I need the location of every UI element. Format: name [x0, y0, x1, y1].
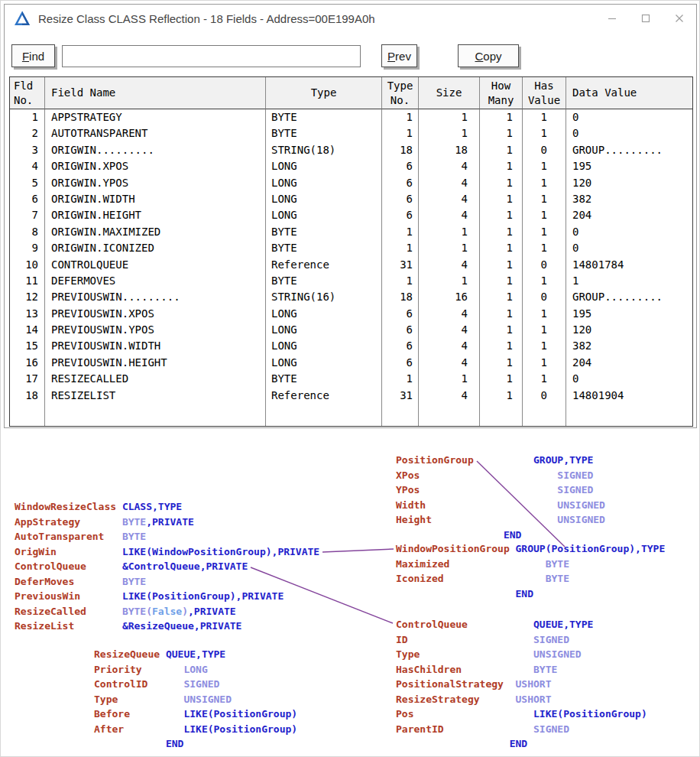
table-cell[interactable]: 7: [10, 207, 45, 223]
table-cell[interactable]: ORIGWIN.WIDTH: [45, 191, 266, 207]
table-cell[interactable]: 195: [566, 306, 692, 322]
table-cell[interactable]: 1: [523, 273, 566, 289]
table-cell[interactable]: 1: [480, 240, 523, 256]
table-cell[interactable]: 31: [382, 388, 419, 404]
table-cell[interactable]: 1: [419, 240, 480, 256]
search-input[interactable]: [62, 45, 361, 67]
table-cell[interactable]: 1: [523, 371, 566, 387]
prev-button[interactable]: Prev: [381, 44, 417, 67]
table-cell[interactable]: 1: [382, 240, 419, 256]
table-cell[interactable]: 1: [480, 191, 523, 207]
table-cell[interactable]: APPSTRATEGY: [45, 109, 266, 125]
table-cell[interactable]: BYTE: [266, 273, 382, 289]
table-cell[interactable]: 31: [382, 257, 419, 273]
table-cell[interactable]: 4: [419, 207, 480, 223]
table-cell[interactable]: 1: [480, 207, 523, 223]
close-button[interactable]: [663, 5, 696, 31]
table-cell[interactable]: 1: [480, 289, 523, 305]
table-cell[interactable]: 1: [419, 371, 480, 387]
table-cell[interactable]: 1: [480, 338, 523, 354]
table-cell[interactable]: STRING(16): [266, 289, 382, 305]
table-cell[interactable]: 1: [480, 142, 523, 158]
table-cell[interactable]: 1: [480, 158, 523, 174]
table-cell[interactable]: PREVIOUSWIN.HEIGHT: [45, 355, 266, 371]
table-cell[interactable]: 1: [382, 371, 419, 387]
table-cell[interactable]: 1: [566, 273, 692, 289]
table-cell[interactable]: 14801784: [566, 257, 692, 273]
table-cell[interactable]: BYTE: [266, 240, 382, 256]
table-cell[interactable]: 1: [10, 109, 45, 125]
table-cell[interactable]: 1: [523, 109, 566, 125]
table-cell[interactable]: 1: [480, 273, 523, 289]
table-cell[interactable]: 1: [523, 191, 566, 207]
table-cell[interactable]: 14: [10, 322, 45, 338]
table-cell[interactable]: 17: [10, 371, 45, 387]
table-cell[interactable]: BYTE: [266, 125, 382, 141]
table-cell[interactable]: GROUP.........: [566, 142, 692, 158]
table-cell[interactable]: 0: [523, 388, 566, 404]
table-cell[interactable]: 12: [10, 289, 45, 305]
table-cell[interactable]: 1: [480, 388, 523, 404]
table-cell[interactable]: BYTE: [266, 224, 382, 240]
table-cell[interactable]: PREVIOUSWIN.XPOS: [45, 306, 266, 322]
table-cell[interactable]: 1: [480, 257, 523, 273]
table-cell[interactable]: 1: [523, 338, 566, 354]
table-cell[interactable]: 6: [382, 207, 419, 223]
table-cell[interactable]: 0: [566, 371, 692, 387]
table-cell[interactable]: STRING(18): [266, 142, 382, 158]
table-cell[interactable]: LONG: [266, 306, 382, 322]
table-cell[interactable]: 1: [419, 125, 480, 141]
table-cell[interactable]: 1: [523, 125, 566, 141]
table-cell[interactable]: 4: [419, 338, 480, 354]
table-cell[interactable]: 16: [419, 289, 480, 305]
table-cell[interactable]: 1: [480, 224, 523, 240]
table-cell[interactable]: PREVIOUSWIN.........: [45, 289, 266, 305]
table-cell[interactable]: ORIGWIN.XPOS: [45, 158, 266, 174]
table-cell[interactable]: 1: [382, 109, 419, 125]
table-cell[interactable]: 14801904: [566, 388, 692, 404]
table-cell[interactable]: 1: [523, 322, 566, 338]
table-cell[interactable]: RESIZECALLED: [45, 371, 266, 387]
table-cell[interactable]: 4: [419, 388, 480, 404]
table-cell[interactable]: 13: [10, 306, 45, 322]
table-cell[interactable]: 4: [419, 175, 480, 191]
table-cell[interactable]: LONG: [266, 322, 382, 338]
table-cell[interactable]: 195: [566, 158, 692, 174]
table-cell[interactable]: 1: [419, 109, 480, 125]
table-cell[interactable]: LONG: [266, 338, 382, 354]
table-cell[interactable]: 18: [382, 142, 419, 158]
table-cell[interactable]: 1: [382, 125, 419, 141]
table-cell[interactable]: 1: [480, 371, 523, 387]
table-cell[interactable]: 4: [419, 322, 480, 338]
table-cell[interactable]: 1: [523, 207, 566, 223]
table-cell[interactable]: 0: [523, 257, 566, 273]
table-cell[interactable]: PREVIOUSWIN.WIDTH: [45, 338, 266, 354]
table-cell[interactable]: 4: [419, 191, 480, 207]
table-cell[interactable]: 1: [480, 306, 523, 322]
table-cell[interactable]: 1: [523, 158, 566, 174]
table-cell[interactable]: AUTOTRANSPARENT: [45, 125, 266, 141]
table-cell[interactable]: 4: [419, 306, 480, 322]
table-cell[interactable]: 1: [480, 355, 523, 371]
table-cell[interactable]: LONG: [266, 191, 382, 207]
table-cell[interactable]: ORIGWIN.HEIGHT: [45, 207, 266, 223]
table-cell[interactable]: 0: [566, 240, 692, 256]
table-cell[interactable]: 5: [10, 175, 45, 191]
table-cell[interactable]: 1: [382, 273, 419, 289]
table-cell[interactable]: 9: [10, 240, 45, 256]
table-cell[interactable]: 1: [523, 224, 566, 240]
table-cell[interactable]: 0: [566, 109, 692, 125]
table-cell[interactable]: 6: [382, 355, 419, 371]
table-cell[interactable]: 15: [10, 338, 45, 354]
table-cell[interactable]: 6: [382, 175, 419, 191]
table-cell[interactable]: 1: [480, 125, 523, 141]
table-cell[interactable]: 1: [523, 175, 566, 191]
table-cell[interactable]: 1: [480, 109, 523, 125]
table-cell[interactable]: 1: [480, 322, 523, 338]
maximize-button[interactable]: [629, 5, 663, 31]
table-cell[interactable]: 1: [523, 355, 566, 371]
table-cell[interactable]: 1: [523, 240, 566, 256]
app-icon[interactable]: [14, 10, 31, 27]
table-cell[interactable]: BYTE: [266, 109, 382, 125]
table-cell[interactable]: ORIGWIN.MAXIMIZED: [45, 224, 266, 240]
